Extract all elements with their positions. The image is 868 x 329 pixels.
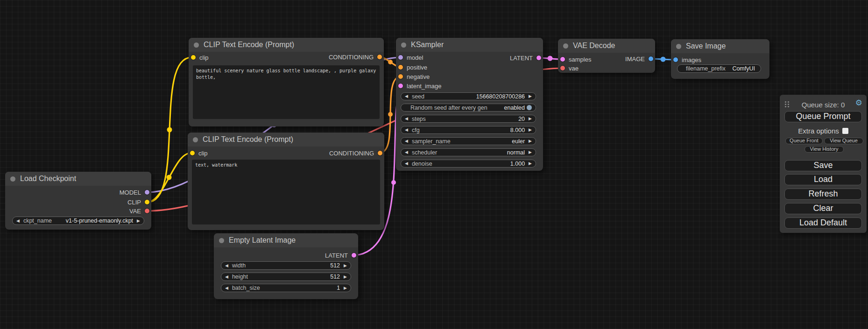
- image-port-dot[interactable]: [649, 56, 653, 61]
- arrow-right-icon[interactable]: ▶: [529, 94, 532, 98]
- node-save-image[interactable]: Save Image images filename_prefix ComfyU…: [671, 39, 769, 79]
- extra-options-checkbox[interactable]: [842, 128, 848, 134]
- width-stepper[interactable]: ◀ width 512 ▶: [221, 261, 351, 270]
- load-button[interactable]: Load: [784, 174, 862, 185]
- vae-port-dot[interactable]: [145, 209, 149, 213]
- arrow-left-icon[interactable]: ◀: [16, 219, 20, 223]
- scheduler-combo[interactable]: ◀ scheduler normal ▶: [401, 148, 536, 156]
- arrow-left-icon[interactable]: ◀: [225, 264, 228, 268]
- arrow-right-icon[interactable]: ▶: [529, 139, 532, 143]
- conditioning-port-dot[interactable]: [398, 74, 403, 79]
- clip-port-dot[interactable]: [145, 200, 149, 204]
- queue-front-button[interactable]: Queue Front: [785, 138, 823, 144]
- filename-prefix-field[interactable]: filename_prefix ComfyUI: [677, 64, 761, 73]
- input-port-clip[interactable]: clip: [188, 149, 208, 157]
- clip-port-dot[interactable]: [191, 55, 196, 60]
- output-port-conditioning[interactable]: CONDITIONING: [329, 53, 382, 61]
- conditioning-port-dot[interactable]: [398, 65, 403, 70]
- arrow-right-icon[interactable]: ▶: [529, 117, 532, 121]
- node-clip-text-encode-positive[interactable]: CLIP Text Encode (Prompt) clip CONDITION…: [189, 38, 384, 126]
- arrow-left-icon[interactable]: ◀: [405, 94, 408, 98]
- view-history-button[interactable]: View History: [804, 146, 844, 153]
- save-button[interactable]: Save: [784, 160, 862, 171]
- arrow-right-icon[interactable]: ▶: [137, 219, 140, 223]
- latent-port-dot[interactable]: [560, 57, 565, 62]
- arrow-right-icon[interactable]: ▶: [529, 128, 532, 132]
- clear-button[interactable]: Clear: [784, 203, 862, 214]
- toggle-on-icon[interactable]: [527, 105, 532, 110]
- image-port-dot[interactable]: [673, 57, 678, 62]
- collapse-dot-icon[interactable]: [193, 137, 198, 142]
- model-port-dot[interactable]: [398, 55, 403, 60]
- arrow-left-icon[interactable]: ◀: [405, 161, 408, 166]
- latent-port-dot[interactable]: [398, 84, 403, 88]
- output-port-conditioning[interactable]: CONDITIONING: [329, 149, 382, 157]
- collapse-dot-icon[interactable]: [676, 44, 681, 49]
- collapse-dot-icon[interactable]: [194, 42, 199, 48]
- output-port-clip[interactable]: CLIP: [127, 198, 149, 206]
- input-port-positive[interactable]: positive: [396, 63, 427, 71]
- input-port-model[interactable]: model: [396, 54, 423, 61]
- latent-port-dot[interactable]: [352, 253, 356, 258]
- output-port-latent[interactable]: LATENT: [510, 54, 541, 62]
- denoise-stepper[interactable]: ◀ denoise 1.000 ▶: [401, 160, 536, 168]
- node-titlebar[interactable]: VAE Decode: [558, 39, 655, 53]
- arrow-left-icon[interactable]: ◀: [405, 139, 408, 143]
- clip-port-dot[interactable]: [190, 151, 195, 155]
- model-port-dot[interactable]: [145, 190, 149, 195]
- input-port-images[interactable]: images: [671, 56, 701, 63]
- input-port-negative[interactable]: negative: [396, 73, 430, 80]
- batch-size-stepper[interactable]: ◀ batch_size 1 ▶: [221, 284, 351, 292]
- collapse-dot-icon[interactable]: [219, 238, 224, 243]
- node-titlebar[interactable]: KSampler: [396, 38, 543, 52]
- prompt-textarea[interactable]: text, watermark: [192, 160, 380, 224]
- conditioning-port-dot[interactable]: [377, 55, 382, 59]
- arrow-left-icon[interactable]: ◀: [405, 128, 408, 132]
- node-load-checkpoint[interactable]: Load Checkpoint MODEL CLIP VAE ◀ ckpt_na…: [5, 172, 151, 230]
- arrow-right-icon[interactable]: ▶: [344, 264, 347, 268]
- prompt-textarea[interactable]: beautiful scenery nature glass bottle la…: [193, 65, 380, 119]
- node-empty-latent-image[interactable]: Empty Latent Image LATENT ◀ width 512 ▶ …: [214, 233, 358, 299]
- random-seed-toggle[interactable]: Random seed after every gen enabled: [401, 104, 536, 112]
- gear-icon[interactable]: ⚙: [855, 99, 862, 107]
- conditioning-port-dot[interactable]: [378, 151, 382, 155]
- output-port-vae[interactable]: VAE: [129, 207, 149, 215]
- node-ksampler[interactable]: KSampler model positive negative latent_…: [396, 38, 543, 171]
- collapse-dot-icon[interactable]: [10, 176, 15, 182]
- node-titlebar[interactable]: CLIP Text Encode (Prompt): [188, 133, 384, 147]
- input-port-latent-image[interactable]: latent_image: [396, 82, 441, 90]
- cfg-stepper[interactable]: ◀ cfg 8.000 ▶: [401, 126, 536, 134]
- load-default-button[interactable]: Load Default: [784, 217, 862, 229]
- output-port-image[interactable]: IMAGE: [625, 55, 653, 63]
- arrow-left-icon[interactable]: ◀: [405, 150, 408, 154]
- node-titlebar[interactable]: Save Image: [671, 39, 769, 53]
- node-titlebar[interactable]: Empty Latent Image: [214, 233, 358, 247]
- node-graph-canvas[interactable]: Load Checkpoint MODEL CLIP VAE ◀ ckpt_na…: [0, 0, 868, 329]
- arrow-left-icon[interactable]: ◀: [405, 117, 408, 121]
- view-queue-button[interactable]: View Queue: [824, 138, 863, 144]
- node-titlebar[interactable]: Load Checkpoint: [5, 172, 151, 186]
- sampler-name-combo[interactable]: ◀ sampler_name euler ▶: [401, 137, 536, 145]
- seed-stepper[interactable]: ◀ seed 156680208700286 ▶: [401, 92, 536, 100]
- vae-port-dot[interactable]: [560, 66, 565, 70]
- input-port-samples[interactable]: samples: [558, 56, 591, 63]
- output-port-model[interactable]: MODEL: [120, 189, 149, 196]
- arrow-right-icon[interactable]: ▶: [344, 275, 347, 279]
- arrow-right-icon[interactable]: ▶: [529, 150, 532, 154]
- node-vae-decode[interactable]: VAE Decode samples vae IMAGE: [558, 39, 655, 73]
- steps-stepper[interactable]: ◀ steps 20 ▶: [401, 115, 536, 123]
- input-port-clip[interactable]: clip: [189, 54, 209, 61]
- refresh-button[interactable]: Refresh: [784, 189, 862, 200]
- collapse-dot-icon[interactable]: [401, 42, 406, 48]
- latent-port-dot[interactable]: [536, 56, 541, 60]
- queue-prompt-button[interactable]: Queue Prompt: [784, 111, 862, 122]
- output-port-latent[interactable]: LATENT: [325, 252, 356, 259]
- node-clip-text-encode-negative[interactable]: CLIP Text Encode (Prompt) clip CONDITION…: [188, 133, 384, 230]
- ckpt-name-combo[interactable]: ◀ ckpt_name v1-5-pruned-emaonly.ckpt ▶: [12, 217, 144, 225]
- height-stepper[interactable]: ◀ height 512 ▶: [221, 273, 351, 281]
- arrow-right-icon[interactable]: ▶: [529, 161, 532, 166]
- collapse-dot-icon[interactable]: [563, 43, 568, 49]
- arrow-left-icon[interactable]: ◀: [225, 275, 228, 279]
- input-port-vae[interactable]: vae: [558, 64, 579, 72]
- node-titlebar[interactable]: CLIP Text Encode (Prompt): [189, 38, 384, 52]
